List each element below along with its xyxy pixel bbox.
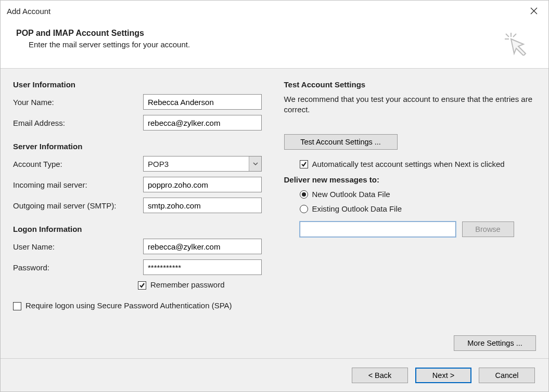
- password-row: Password:: [13, 259, 265, 275]
- checkmark-icon: [301, 161, 307, 167]
- logon-info-heading: Logon Information: [13, 225, 265, 233]
- header-subtitle: Enter the mail server settings for your …: [29, 40, 501, 49]
- close-button[interactable]: [524, 3, 544, 19]
- your-name-input[interactable]: [143, 94, 262, 110]
- outgoing-row: Outgoing mail server (SMTP):: [13, 198, 265, 213]
- server-info-heading: Server Information: [13, 142, 265, 151]
- window-title: Add Account: [7, 7, 524, 16]
- header-heading: POP and IMAP Account Settings: [16, 29, 501, 38]
- right-column: Test Account Settings We recommend that …: [284, 80, 537, 351]
- close-icon: [530, 7, 538, 15]
- radio-new-row: New Outlook Data File: [300, 189, 537, 199]
- account-type-select[interactable]: POP3: [143, 156, 262, 172]
- deliver-heading: Deliver new messages to:: [284, 175, 537, 184]
- browse-button[interactable]: Browse: [462, 221, 514, 237]
- remember-password-checkbox[interactable]: [138, 281, 146, 290]
- password-label: Password:: [13, 263, 143, 272]
- account-type-value: POP3: [148, 160, 249, 168]
- username-input[interactable]: [143, 239, 262, 254]
- account-type-dropdown-button[interactable]: [249, 156, 261, 171]
- account-type-row: Account Type: POP3: [13, 156, 265, 172]
- remember-password-row: Remember password: [138, 280, 265, 290]
- outgoing-server-input[interactable]: [143, 198, 262, 213]
- cursor-click-icon: [501, 29, 530, 58]
- back-button[interactable]: < Back: [352, 368, 408, 383]
- email-label: Email Address:: [13, 119, 143, 127]
- account-type-label: Account Type:: [13, 160, 143, 168]
- titlebar: Add Account: [1, 1, 548, 21]
- email-input[interactable]: [143, 115, 262, 130]
- spa-label: Require logon using Secure Password Auth…: [25, 301, 232, 310]
- email-row: Email Address:: [13, 115, 265, 130]
- password-input[interactable]: [143, 259, 262, 275]
- existing-data-file-label: Existing Outlook Data File: [312, 204, 402, 213]
- dialog-footer: < Back Next > Cancel: [1, 358, 548, 391]
- more-settings-button[interactable]: More Settings ...: [454, 335, 536, 351]
- left-column: User Information Your Name: Email Addres…: [13, 80, 265, 351]
- test-settings-desc: We recommend that you test your account …: [284, 94, 537, 115]
- incoming-server-input[interactable]: [143, 177, 262, 192]
- username-label: User Name:: [13, 242, 143, 251]
- user-info-heading: User Information: [13, 80, 265, 89]
- outgoing-label: Outgoing mail server (SMTP):: [13, 201, 143, 210]
- remember-password-label: Remember password: [150, 280, 225, 289]
- incoming-label: Incoming mail server:: [13, 180, 143, 189]
- radio-existing-row: Existing Outlook Data File: [300, 204, 537, 213]
- username-row: User Name:: [13, 239, 265, 254]
- add-account-dialog: Add Account POP and IMAP Account Setting…: [0, 0, 549, 392]
- auto-test-row: Automatically test account settings when…: [300, 159, 537, 169]
- your-name-label: Your Name:: [13, 98, 143, 107]
- spa-row: Require logon using Secure Password Auth…: [13, 301, 258, 310]
- new-data-file-label: New Outlook Data File: [312, 190, 390, 199]
- spa-checkbox[interactable]: [13, 302, 21, 310]
- dialog-body: User Information Your Name: Email Addres…: [1, 69, 548, 358]
- new-data-file-radio[interactable]: [300, 190, 308, 199]
- incoming-row: Incoming mail server:: [13, 177, 265, 192]
- auto-test-label: Automatically test account settings when…: [312, 159, 505, 169]
- your-name-row: Your Name:: [13, 94, 265, 110]
- next-button[interactable]: Next >: [415, 368, 471, 383]
- test-settings-heading: Test Account Settings: [284, 80, 537, 89]
- data-file-path-input[interactable]: [300, 221, 456, 237]
- more-settings-row: More Settings ...: [284, 335, 537, 351]
- radio-selected-icon: [302, 192, 306, 197]
- chevron-down-icon: [253, 162, 258, 166]
- browse-row: Browse: [300, 221, 537, 237]
- checkmark-icon: [139, 282, 145, 289]
- dialog-header: POP and IMAP Account Settings Enter the …: [1, 21, 548, 69]
- existing-data-file-radio[interactable]: [300, 205, 308, 213]
- test-account-settings-button[interactable]: Test Account Settings ...: [284, 134, 398, 150]
- auto-test-checkbox[interactable]: [300, 160, 308, 168]
- header-text: POP and IMAP Account Settings Enter the …: [16, 29, 501, 49]
- cancel-button[interactable]: Cancel: [479, 368, 535, 383]
